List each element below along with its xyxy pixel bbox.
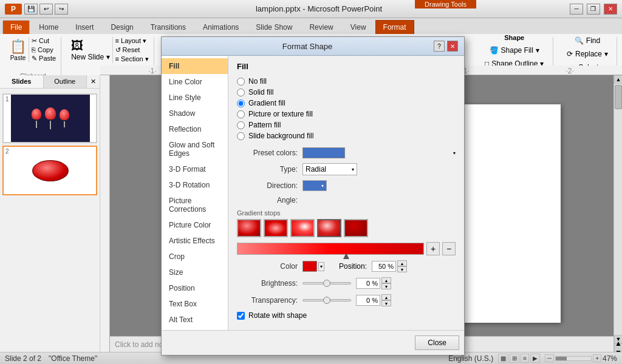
nav-alt-text[interactable]: Alt Text	[162, 312, 228, 328]
paste-special-btn[interactable]: ✎ Paste	[32, 55, 56, 62]
layout-btn[interactable]: ≡ Layout ▾	[115, 37, 149, 45]
nav-text-box[interactable]: Text Box	[162, 296, 228, 312]
replace-btn[interactable]: ⟳ Replace ▾	[563, 49, 612, 59]
close-btn[interactable]: ✕	[604, 4, 617, 15]
restore-btn[interactable]: ❐	[587, 4, 600, 15]
grad-swatch-5[interactable]	[344, 219, 368, 237]
transparency-input[interactable]	[356, 295, 380, 306]
radio-picture-fill[interactable]: Picture or texture fill	[237, 110, 456, 118]
tab-design[interactable]: Design	[103, 20, 141, 34]
scroll-up-btn[interactable]: ▲	[614, 75, 622, 84]
view-slideshow-btn[interactable]: ▶	[530, 354, 540, 363]
transparency-thumb[interactable]	[323, 297, 330, 304]
find-btn[interactable]: 🔍 Find	[571, 35, 604, 46]
nav-fill[interactable]: Fill	[162, 58, 228, 74]
tab-format[interactable]: Format	[375, 20, 414, 34]
brightness-up-btn[interactable]: ▲	[381, 277, 391, 283]
tab-transitions[interactable]: Transitions	[143, 20, 194, 34]
radio-solid-fill[interactable]: Solid fill	[237, 88, 456, 96]
radio-solid-fill-input[interactable]	[237, 89, 245, 96]
undo-btn[interactable]: ↩	[39, 4, 53, 15]
radio-gradient-fill[interactable]: Gradient fill	[237, 99, 456, 107]
nav-line-style[interactable]: Line Style	[162, 90, 228, 106]
remove-stop-btn[interactable]: −	[442, 242, 456, 255]
tab-review[interactable]: Review	[301, 20, 341, 34]
nav-position[interactable]: Position	[162, 280, 228, 296]
scroll-nav-btns[interactable]: ▲▼	[614, 343, 622, 352]
view-reading-btn[interactable]: ≡	[521, 354, 529, 363]
close-button[interactable]: Close	[415, 335, 459, 350]
dialog-help-btn[interactable]: ?	[434, 41, 445, 52]
tab-view[interactable]: View	[343, 20, 374, 34]
nav-line-color[interactable]: Line Color	[162, 74, 228, 90]
radio-slide-bg-fill-input[interactable]	[237, 132, 245, 140]
brightness-slider[interactable]	[302, 282, 351, 285]
view-sorter-btn[interactable]: ⊞	[510, 354, 519, 363]
scroll-thumb[interactable]	[615, 85, 622, 109]
radio-gradient-fill-input[interactable]	[237, 99, 245, 107]
radio-no-fill-input[interactable]	[237, 78, 245, 86]
dialog-close-btn[interactable]: ✕	[447, 41, 458, 52]
zoom-in-btn[interactable]: +	[593, 354, 601, 362]
position-down-btn[interactable]: ▼	[397, 266, 407, 272]
nav-artistic-effects[interactable]: Artistic Effects	[162, 233, 228, 249]
reset-btn[interactable]: ↺ Reset	[115, 46, 149, 54]
slide-thumb-1[interactable]: 1	[2, 93, 97, 143]
type-combo[interactable]: Radial ▾	[302, 163, 357, 175]
minimize-btn[interactable]: ─	[570, 4, 583, 15]
sidebar-close-btn[interactable]: ✕	[87, 75, 100, 88]
transparency-down-btn[interactable]: ▼	[381, 300, 391, 306]
direction-combo[interactable]: ▾	[302, 180, 327, 191]
zoom-out-btn[interactable]: ─	[545, 354, 554, 362]
zoom-slider[interactable]	[555, 356, 592, 361]
tab-slideshow[interactable]: Slide Show	[248, 20, 300, 34]
grad-swatch-2[interactable]	[264, 219, 288, 237]
color-combo-arrow[interactable]: ▾	[318, 262, 324, 271]
radio-no-fill[interactable]: No fill	[237, 77, 456, 86]
tab-insert[interactable]: Insert	[67, 20, 101, 34]
gradient-bar[interactable]	[237, 243, 424, 255]
add-stop-btn[interactable]: +	[426, 242, 440, 255]
nav-reflection[interactable]: Reflection	[162, 121, 228, 137]
preset-arrow[interactable]: ▾	[453, 150, 456, 156]
tab-file[interactable]: File	[2, 20, 30, 34]
save-btn[interactable]: 💾	[24, 4, 38, 15]
brightness-input[interactable]	[356, 278, 380, 289]
nav-3d-format[interactable]: 3-D Format	[162, 161, 228, 177]
shape-fill-btn[interactable]: 🪣 Shape Fill ▾	[486, 45, 543, 56]
section-btn[interactable]: ≡ Section ▾	[115, 55, 149, 63]
nav-picture-corrections[interactable]: Picture Corrections	[162, 193, 228, 217]
nav-picture-color[interactable]: Picture Color	[162, 217, 228, 233]
vertical-scrollbar[interactable]: ▲ ▼ ▲▼	[613, 75, 622, 352]
slide-thumb-2[interactable]: 2	[2, 146, 97, 195]
nav-glow[interactable]: Glow and Soft Edges	[162, 137, 228, 161]
grad-swatch-3[interactable]	[290, 219, 315, 237]
office-logo[interactable]: P	[5, 4, 22, 15]
new-slide-btn[interactable]: 🖼 New Slide ▾	[71, 39, 109, 61]
brightness-thumb[interactable]	[323, 280, 330, 287]
radio-slide-bg-fill[interactable]: Slide background fill	[237, 132, 456, 140]
radio-picture-fill-input[interactable]	[237, 110, 245, 118]
radio-pattern-fill[interactable]: Pattern fill	[237, 121, 456, 129]
grad-swatch-4[interactable]	[317, 219, 341, 237]
redo-btn[interactable]: ↪	[55, 4, 68, 15]
rotate-checkbox[interactable]	[237, 312, 245, 320]
paste-btn[interactable]: 📋 Paste	[10, 39, 26, 61]
view-normal-btn[interactable]: ▦	[498, 354, 508, 363]
tab-animations[interactable]: Animations	[195, 20, 247, 34]
color-swatch[interactable]	[302, 261, 317, 272]
copy-btn[interactable]: ⎘ Copy	[32, 46, 56, 53]
transparency-slider[interactable]	[302, 299, 351, 302]
cut-btn[interactable]: ✂ Cut	[32, 37, 56, 45]
position-up-btn[interactable]: ▲	[397, 260, 407, 266]
tab-home[interactable]: Home	[31, 20, 66, 34]
nav-crop[interactable]: Crop	[162, 249, 228, 265]
nav-3d-rotation[interactable]: 3-D Rotation	[162, 177, 228, 193]
grad-swatch-1[interactable]	[237, 219, 261, 237]
position-input[interactable]	[372, 261, 396, 272]
preset-colors-combo[interactable]	[302, 147, 345, 158]
nav-shadow[interactable]: Shadow	[162, 106, 228, 121]
radio-pattern-fill-input[interactable]	[237, 121, 245, 129]
nav-size[interactable]: Size	[162, 265, 228, 280]
brightness-down-btn[interactable]: ▼	[381, 283, 391, 289]
